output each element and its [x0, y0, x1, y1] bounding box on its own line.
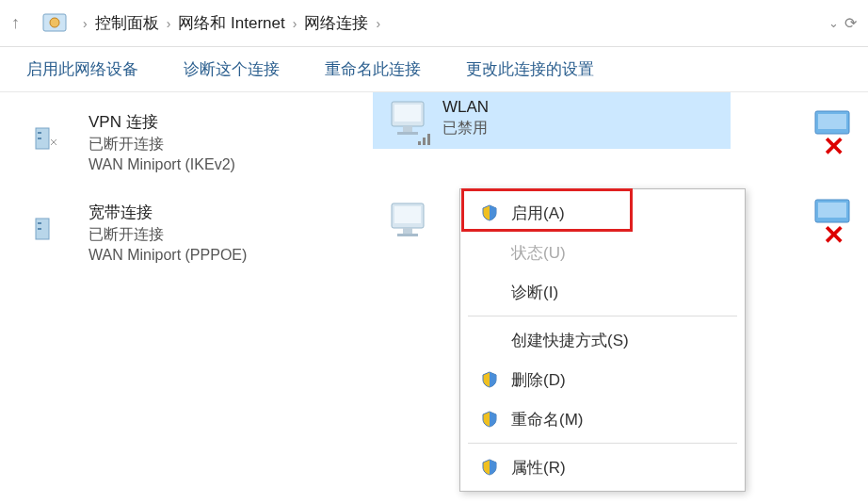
- svg-point-1: [50, 18, 59, 27]
- breadcrumb-item[interactable]: 网络和 Internet: [178, 12, 284, 34]
- svg-rect-10: [403, 126, 412, 132]
- toolbar-enable[interactable]: 启用此网络设备: [26, 58, 138, 80]
- adapter-vpn[interactable]: VPN 连接 已断开连接 WAN Miniport (IKEv2): [19, 105, 348, 179]
- toolbar-diagnose[interactable]: 诊断这个连接: [184, 58, 280, 80]
- monitor-wifi-icon: [384, 98, 429, 143]
- chevron-right-icon: ›: [293, 16, 297, 31]
- adapter-name: 宽带连接: [88, 202, 247, 223]
- refresh-icon[interactable]: ⟳: [844, 14, 857, 32]
- menu-label: 启用(A): [511, 203, 565, 224]
- monitor-icon: [384, 200, 429, 245]
- svg-rect-14: [427, 134, 430, 145]
- modem-icon: [30, 111, 75, 156]
- breadcrumb[interactable]: › 控制面板 › 网络和 Internet › 网络连接 ›: [75, 12, 828, 34]
- toolbar-rename[interactable]: 重命名此连接: [325, 58, 421, 80]
- menu-label: 创建快捷方式(S): [511, 330, 629, 351]
- menu-label: 删除(D): [511, 369, 566, 391]
- address-bar: ↑ › 控制面板 › 网络和 Internet › 网络连接 › ⌄ ⟳: [0, 0, 868, 47]
- right-adapter-icons: ✕ ✕: [808, 109, 857, 247]
- adapter-name: WLAN: [442, 98, 489, 117]
- svg-rect-6: [38, 222, 41, 224]
- svg-rect-20: [818, 114, 846, 129]
- context-menu: 启用(A) 状态(U) 诊断(I) 创建快捷方式(S) 删除(D) 重命名(M)…: [459, 188, 746, 492]
- adapter-wlan[interactable]: WLAN 已禁用: [373, 92, 731, 149]
- menu-label: 属性(R): [511, 457, 566, 479]
- chevron-right-icon: ›: [83, 16, 88, 31]
- svg-rect-22: [818, 203, 846, 218]
- close-icon: ✕: [823, 131, 844, 162]
- control-panel-icon: [41, 10, 68, 37]
- up-arrow-icon[interactable]: ↑: [11, 13, 34, 33]
- menu-separator: [468, 443, 737, 444]
- adapter-device: WAN Miniport (IKEv2): [88, 156, 235, 173]
- adapter-status: 已禁用: [442, 119, 489, 138]
- breadcrumb-item[interactable]: 控制面板: [95, 12, 159, 34]
- toolbar-settings[interactable]: 更改此连接的设置: [466, 58, 594, 80]
- adapter-name: VPN 连接: [88, 111, 235, 133]
- shield-icon: [477, 371, 502, 388]
- modem-icon: [30, 202, 75, 247]
- menu-rename[interactable]: 重命名(M): [460, 399, 745, 439]
- breadcrumb-item[interactable]: 网络连接: [304, 12, 368, 34]
- adapter-disabled-icon[interactable]: ✕: [808, 198, 857, 247]
- svg-rect-3: [38, 132, 41, 134]
- adapter-status: 已断开连接: [88, 135, 235, 154]
- close-icon: ✕: [823, 219, 844, 251]
- adapter-broadband[interactable]: 宽带连接 已断开连接 WAN Miniport (PPPOE): [19, 196, 348, 269]
- svg-rect-17: [403, 228, 412, 234]
- svg-rect-11: [397, 132, 418, 135]
- svg-rect-7: [38, 228, 41, 230]
- menu-properties[interactable]: 属性(R): [460, 447, 745, 487]
- adapter-status: 已断开连接: [88, 225, 247, 245]
- chevron-right-icon: ›: [376, 16, 380, 31]
- menu-delete[interactable]: 删除(D): [460, 360, 745, 399]
- svg-rect-13: [423, 138, 426, 145]
- shield-icon: [477, 204, 502, 221]
- svg-rect-12: [418, 141, 421, 145]
- menu-label: 状态(U): [511, 242, 566, 264]
- menu-label: 重命名(M): [511, 409, 583, 430]
- svg-rect-4: [38, 138, 41, 139]
- menu-separator: [468, 316, 737, 316]
- chevron-right-icon: ›: [167, 16, 171, 31]
- menu-shortcut[interactable]: 创建快捷方式(S): [460, 320, 745, 360]
- menu-diagnose[interactable]: 诊断(I): [460, 272, 745, 312]
- adapter-device: WAN Miniport (PPPOE): [88, 247, 247, 264]
- menu-label: 诊断(I): [511, 282, 558, 303]
- menu-status: 状态(U): [460, 233, 745, 272]
- toolbar: 启用此网络设备 诊断这个连接 重命名此连接 更改此连接的设置: [0, 47, 868, 92]
- shield-icon: [477, 459, 502, 476]
- svg-rect-16: [394, 206, 421, 223]
- svg-rect-18: [397, 234, 418, 236]
- adapter-disabled-icon[interactable]: ✕: [808, 109, 857, 158]
- chevron-down-icon[interactable]: ⌄: [828, 16, 839, 30]
- menu-enable[interactable]: 启用(A): [460, 193, 745, 233]
- svg-rect-9: [394, 105, 421, 122]
- shield-icon: [477, 411, 502, 428]
